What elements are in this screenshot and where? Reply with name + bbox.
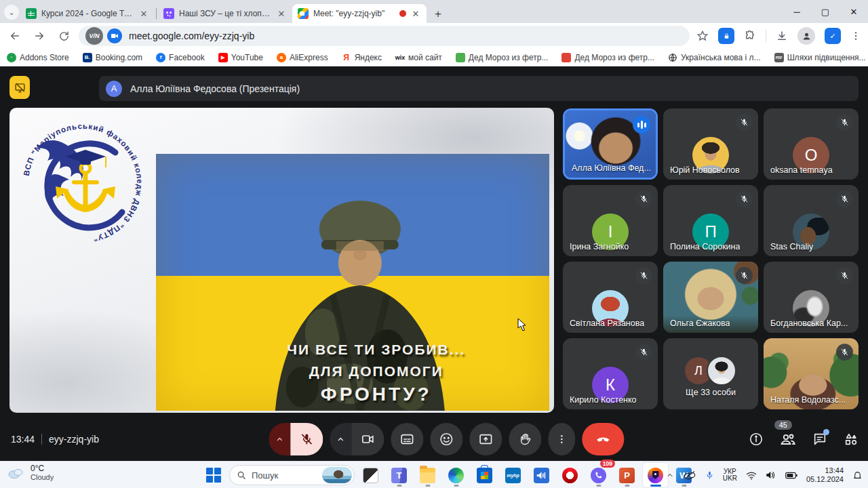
search-daily-image xyxy=(322,467,352,483)
meeting-status: 13:44 eyy-zzjq-yib xyxy=(11,423,99,455)
extensions-puzzle-icon[interactable] xyxy=(744,30,756,42)
audio-active-icon xyxy=(633,116,650,134)
participant-tile[interactable]: П Полина Сорокина xyxy=(663,185,758,256)
close-tab-icon[interactable]: ✕ xyxy=(138,8,149,19)
wifi-icon[interactable] xyxy=(746,471,757,480)
tab-zsu[interactable]: Наші ЗСУ – це ті хлопці, які ст ✕ xyxy=(158,4,292,23)
opera-browser-button[interactable] xyxy=(557,463,583,487)
bookmark-my-site[interactable]: wixмой сайт xyxy=(395,53,442,62)
mic-off-button[interactable] xyxy=(290,423,323,455)
chat-panel-button[interactable] xyxy=(812,432,827,447)
address-bar[interactable]: V/N meet.google.com/eyy-zzjq-yib xyxy=(79,26,690,46)
myhp-app-button[interactable]: myhp xyxy=(500,463,526,487)
presenter-banner[interactable]: A Алла Юліївна Федосова (Презентація) xyxy=(99,76,859,101)
browser-toolbar: V/N meet.google.com/eyy-zzjq-yib xyxy=(0,23,868,49)
tab-meet-active[interactable]: Meet: "eyy-zzjq-yib" ✕ xyxy=(292,4,427,23)
language-indicator[interactable]: УКР UKR xyxy=(723,468,737,482)
new-tab-button[interactable]: + xyxy=(429,5,447,23)
bookmark-youtube[interactable]: ▶YouTube xyxy=(218,53,263,62)
bookmark-shliakhy[interactable]: PDFШляхи підвищення... xyxy=(774,53,866,62)
close-tab-icon[interactable]: ✕ xyxy=(410,8,421,19)
end-call-button[interactable] xyxy=(582,423,624,455)
bookmark-facebook[interactable]: fFacebook xyxy=(156,53,205,62)
start-button[interactable] xyxy=(201,463,226,487)
url-text[interactable]: meet.google.com/eyy-zzjq-yib xyxy=(129,30,254,41)
back-button[interactable] xyxy=(5,26,24,45)
cloud-icon xyxy=(7,466,26,479)
bookmark-addons-store[interactable]: ◦Addons Store xyxy=(7,53,69,62)
file-explorer-button[interactable] xyxy=(415,463,440,487)
captions-button[interactable] xyxy=(391,423,423,455)
present-screen-button[interactable] xyxy=(469,423,502,455)
weather-widget[interactable]: 0°C Cloudy xyxy=(7,464,54,481)
task-view-button[interactable] xyxy=(358,463,383,487)
mic-off-icon xyxy=(836,190,853,207)
notifications-bell-icon[interactable] xyxy=(852,470,863,481)
close-tab-icon[interactable]: ✕ xyxy=(276,8,287,19)
bookmark-yandex[interactable]: ЯЯндекс xyxy=(342,53,382,62)
emoji-reactions-button[interactable] xyxy=(430,423,462,455)
viber-app-button[interactable]: 109 xyxy=(586,463,611,487)
reload-button[interactable] xyxy=(54,26,73,45)
forward-button[interactable] xyxy=(30,26,49,45)
activities-button[interactable] xyxy=(844,432,859,447)
participant-name: Світлана Рязанова xyxy=(570,319,644,328)
active-browser-button[interactable] xyxy=(643,463,668,487)
powerpoint-app-button[interactable]: P xyxy=(614,463,639,487)
edge-browser-button[interactable] xyxy=(443,463,469,487)
teams-app-button[interactable]: T xyxy=(387,463,412,487)
presentation-off-button[interactable] xyxy=(9,76,30,99)
tab-search-button[interactable]: ⌄ xyxy=(4,5,19,20)
page-thumb-icon xyxy=(456,53,465,62)
participant-tile[interactable]: Світлана Рязанова xyxy=(563,262,658,333)
battery-icon[interactable] xyxy=(785,472,797,479)
more-options-button[interactable] xyxy=(548,423,575,455)
status-divider xyxy=(41,434,42,445)
audio-app-button[interactable] xyxy=(529,463,554,487)
more-participants-tile[interactable]: Л Ще 33 особи xyxy=(663,338,758,409)
password-extension-icon[interactable] xyxy=(718,28,734,44)
maximize-button[interactable]: ▢ xyxy=(811,0,840,23)
aliexpress-icon: a xyxy=(277,53,286,62)
security-check-icon[interactable]: ✓ xyxy=(825,28,841,44)
clock-widget[interactable]: 13:44 05.12.2024 xyxy=(806,466,844,484)
tab-sheets[interactable]: Курси 2024 - Google Таблиці ✕ xyxy=(20,4,155,23)
bookmark-ded-moroz-2[interactable]: Дед Мороз из фетр... xyxy=(561,53,654,62)
participant-tile[interactable]: O oksana temnaya xyxy=(764,108,859,180)
meeting-details-button[interactable] xyxy=(749,432,764,447)
minimize-button[interactable]: ─ xyxy=(783,0,811,23)
close-window-button[interactable]: ✕ xyxy=(840,0,868,23)
profile-avatar[interactable] xyxy=(797,27,815,45)
ms-store-button[interactable] xyxy=(472,463,497,487)
vpn-extension-icon[interactable]: V/N xyxy=(85,27,103,45)
participant-tile[interactable]: Ольга Єжакова xyxy=(663,262,758,333)
bookmark-ded-moroz-1[interactable]: Дед Мороз из фетр... xyxy=(456,53,549,62)
camera-button[interactable] xyxy=(351,423,384,455)
participant-tile[interactable]: Наталя Водолазс... xyxy=(764,338,859,409)
opera-icon xyxy=(562,468,578,483)
mic-options-chevron[interactable] xyxy=(269,423,290,455)
microphone-active-icon[interactable] xyxy=(705,470,714,481)
participant-tile[interactable]: К Кирило Костенко xyxy=(563,338,658,409)
browser-menu-icon[interactable] xyxy=(850,30,861,41)
bookmark-ukrainian-lang[interactable]: Українська мова і л... xyxy=(668,53,761,62)
camera-options-chevron[interactable] xyxy=(330,423,351,455)
downloads-icon[interactable] xyxy=(776,30,788,42)
bookmark-booking[interactable]: B.Booking.com xyxy=(83,53,142,62)
participant-tile[interactable]: Stas Chaliy xyxy=(764,185,859,256)
raise-hand-button[interactable] xyxy=(509,423,541,455)
people-panel-button[interactable]: 45 xyxy=(780,431,796,447)
toolbar-actions: ✓ xyxy=(696,27,868,45)
search-box[interactable]: Пошук xyxy=(229,463,355,487)
participant-tile[interactable]: Богдановська Кар... xyxy=(764,262,859,333)
camera-in-use-icon[interactable] xyxy=(107,28,122,43)
tray-expand-chevron[interactable] xyxy=(666,471,674,479)
participant-tile[interactable]: І Ірина Загнойко xyxy=(563,185,658,256)
bookmark-star-icon[interactable] xyxy=(696,30,709,42)
mic-off-icon xyxy=(836,114,853,131)
onedrive-paused-icon[interactable] xyxy=(683,470,696,480)
bookmark-aliexpress[interactable]: aAliExpress xyxy=(277,53,328,62)
participant-tile[interactable]: Алла Юліївна Фед... xyxy=(563,108,658,180)
participant-tile[interactable]: Юрій Новосьолов xyxy=(663,108,758,180)
volume-icon[interactable] xyxy=(766,470,776,480)
